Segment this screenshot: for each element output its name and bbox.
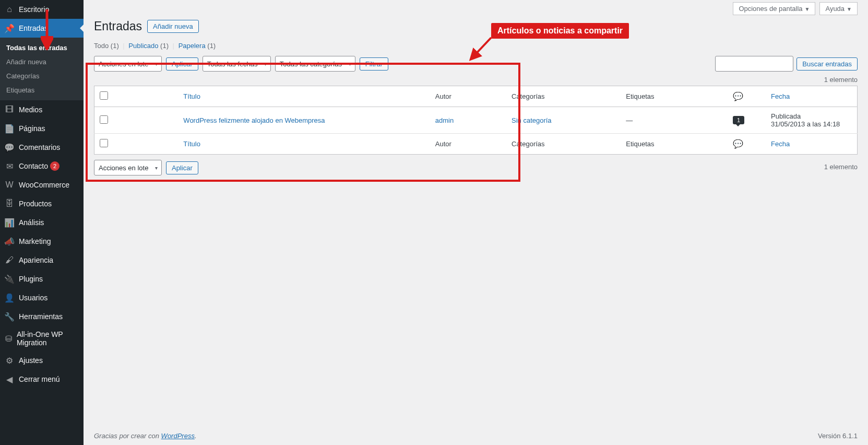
- megaphone-icon: 📣: [4, 236, 15, 247]
- sidebar-item-label: Apariencia: [19, 256, 53, 264]
- date-cell: Publicada31/05/2013 a las 14:18: [766, 107, 857, 134]
- user-icon: 👤: [4, 292, 15, 303]
- sidebar-item-label: Plugins: [19, 275, 43, 283]
- apply-bulk-button-bottom[interactable]: Aplicar: [166, 161, 198, 174]
- submenu-item[interactable]: Añadir nueva: [0, 55, 84, 69]
- wordpress-link[interactable]: WordPress: [161, 432, 195, 440]
- col-categories: Categorías: [506, 86, 621, 107]
- sidebar-item-label: Páginas: [19, 124, 45, 133]
- tags-cell: —: [621, 107, 728, 134]
- col-tags: Etiquetas: [621, 86, 728, 107]
- add-new-button[interactable]: Añadir nueva: [147, 20, 199, 33]
- media-icon: 🎞: [4, 104, 15, 115]
- sidebar-item-ajustes[interactable]: ⚙Ajustes: [0, 351, 84, 370]
- item-count-top: 1 elemento: [94, 76, 858, 84]
- submenu-item[interactable]: Categorías: [0, 69, 84, 83]
- sidebar-item-páginas[interactable]: 📄Páginas: [0, 119, 84, 138]
- bulk-action-select-bottom[interactable]: Acciones en lote: [94, 160, 162, 175]
- col-title[interactable]: Título: [183, 92, 200, 100]
- sidebar-item-usuarios[interactable]: 👤Usuarios: [0, 288, 84, 307]
- select-all-checkbox-top[interactable]: [100, 91, 108, 100]
- notification-badge: 2: [50, 161, 60, 171]
- item-count-bottom: 1 elemento: [824, 163, 858, 171]
- sidebar-item-análisis[interactable]: 📊Análisis: [0, 213, 84, 232]
- plugin-icon: 🔌: [4, 274, 15, 284]
- sidebar-item-label: Comentarios: [19, 143, 60, 151]
- sidebar-item-all-in-one-wp-migration[interactable]: ⛁All-in-One WP Migration: [0, 326, 84, 351]
- admin-sidebar: ⌂Escritorio📌EntradasTodas las entradasAñ…: [0, 0, 84, 445]
- main-content: Opciones de pantalla▼ Ayuda▼ Entradas Añ…: [84, 0, 868, 445]
- comment-icon: 💬: [733, 92, 743, 101]
- search-input[interactable]: [715, 56, 793, 72]
- woo-icon: W: [4, 180, 15, 190]
- category-filter-select[interactable]: Todas las categorías: [275, 56, 355, 72]
- sidebar-item-contacto[interactable]: ✉Contacto2: [0, 157, 84, 175]
- category-link[interactable]: Sin categoría: [512, 116, 552, 124]
- table-row: WordPress felizmente alojado en Webempre…: [94, 107, 858, 134]
- annotation-arrow-down: [41, 7, 53, 50]
- filter-published[interactable]: Publicado: [128, 42, 158, 50]
- sidebar-item-comentarios[interactable]: 💬Comentarios: [0, 138, 84, 157]
- submenu-item[interactable]: Etiquetas: [0, 83, 84, 97]
- select-all-checkbox-bottom[interactable]: [100, 139, 108, 147]
- page-icon: 📄: [4, 123, 15, 134]
- screen-options-button[interactable]: Opciones de pantalla▼: [733, 2, 815, 15]
- collapse-icon: ◀: [4, 374, 15, 384]
- mail-icon: ✉: [4, 161, 15, 171]
- sidebar-item-herramientas[interactable]: 🔧Herramientas: [0, 307, 84, 326]
- chevron-down-icon: ▼: [805, 6, 810, 12]
- col-date[interactable]: Fecha: [771, 92, 790, 100]
- sidebar-item-apariencia[interactable]: 🖌Apariencia: [0, 251, 84, 270]
- annotation-label: Artículos o noticias a compartir: [491, 23, 629, 39]
- post-title-link[interactable]: WordPress felizmente alojado en Webempre…: [183, 116, 325, 124]
- sidebar-item-marketing[interactable]: 📣Marketing: [0, 232, 84, 251]
- row-checkbox[interactable]: [100, 115, 108, 124]
- sidebar-item-label: Usuarios: [19, 294, 47, 302]
- help-button[interactable]: Ayuda▼: [819, 2, 858, 15]
- sidebar-item-plugins[interactable]: 🔌Plugins: [0, 270, 84, 288]
- sidebar-item-label: Productos: [19, 200, 52, 208]
- sidebar-item-label: Ajustes: [19, 356, 43, 365]
- sidebar-item-woocommerce[interactable]: WWooCommerce: [0, 175, 84, 194]
- analytics-icon: 📊: [4, 217, 15, 228]
- col-title-foot[interactable]: Título: [183, 140, 200, 148]
- author-link[interactable]: admin: [435, 116, 454, 124]
- sidebar-item-medios[interactable]: 🎞Medios: [0, 100, 84, 119]
- sidebar-item-label: Análisis: [19, 218, 44, 227]
- posts-table: Título Autor Categorías Etiquetas 💬 Fech…: [94, 86, 858, 155]
- sidebar-item-label: WooCommerce: [19, 181, 69, 189]
- sidebar-item-label: All-in-One WP Migration: [17, 330, 79, 347]
- sidebar-item-label: Herramientas: [19, 312, 63, 321]
- page-title: Entradas: [94, 19, 142, 33]
- chevron-down-icon: ▼: [847, 6, 852, 12]
- apply-bulk-button[interactable]: Aplicar: [166, 57, 198, 71]
- bulk-action-select[interactable]: Acciones en lote: [94, 56, 162, 72]
- tools-icon: 🔧: [4, 311, 15, 322]
- comment-icon: 💬: [733, 139, 743, 148]
- col-date-foot[interactable]: Fecha: [771, 140, 790, 148]
- date-filter-select[interactable]: Todas las fechas: [203, 56, 271, 72]
- admin-footer: Gracias por crear con WordPress. Versión…: [84, 427, 868, 445]
- sidebar-item-label: Marketing: [19, 237, 51, 245]
- product-icon: 🗄: [4, 198, 15, 209]
- pin-icon: 📌: [4, 23, 15, 33]
- filter-button[interactable]: Filtrar: [360, 57, 388, 71]
- settings-icon: ⚙: [4, 355, 15, 366]
- filter-trash[interactable]: Papelera: [179, 42, 206, 50]
- comment-count[interactable]: 1: [733, 116, 744, 124]
- annotation-arrow-red: [469, 36, 495, 62]
- sidebar-item-label: Medios: [19, 106, 42, 114]
- comment-icon: 💬: [4, 142, 15, 153]
- sidebar-item-label: Cerrar menú: [19, 375, 60, 383]
- col-author: Autor: [430, 86, 506, 107]
- dashboard-icon: ⌂: [4, 4, 15, 15]
- svg-line-0: [473, 38, 491, 56]
- sidebar-item-productos[interactable]: 🗄Productos: [0, 194, 84, 213]
- brush-icon: 🖌: [4, 255, 15, 265]
- filter-all[interactable]: Todo: [94, 42, 109, 50]
- search-button[interactable]: Buscar entradas: [796, 57, 858, 71]
- sidebar-item-label: Contacto: [19, 162, 48, 170]
- sidebar-item-cerrar-menú[interactable]: ◀Cerrar menú: [0, 370, 84, 389]
- migration-icon: ⛁: [4, 333, 13, 344]
- version-text: Versión 6.1.1: [818, 432, 858, 440]
